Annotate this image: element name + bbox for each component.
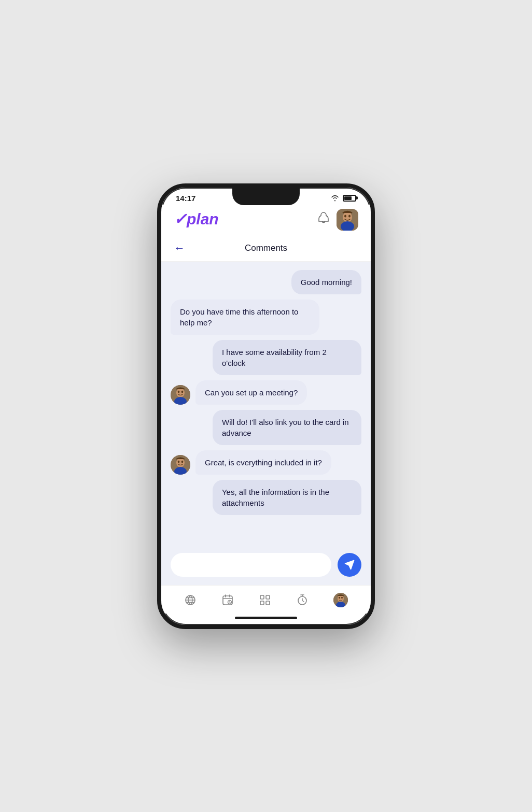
message-bubble: Yes, all the information is in the attac… [213, 480, 361, 515]
chat-area: Good morning! Do you have time this afte… [161, 262, 371, 547]
nav-item-globe[interactable] [179, 592, 202, 608]
svg-point-2 [343, 212, 352, 222]
svg-text:✓plan: ✓plan [174, 210, 219, 227]
back-button[interactable]: ← [174, 241, 185, 255]
send-button[interactable] [338, 553, 361, 577]
svg-point-14 [181, 460, 184, 462]
svg-point-7 [176, 388, 185, 397]
send-icon [344, 560, 355, 570]
message-row-5: Will do! I'll also link you to the card … [171, 410, 361, 445]
profile-avatar [333, 593, 348, 607]
svg-point-9 [181, 390, 184, 392]
svg-point-3 [344, 215, 346, 218]
message-row-3: I have some availability from 2 o'clock [171, 340, 361, 375]
message-row-6: Great, is everything included in it? [171, 450, 361, 475]
sender-avatar [171, 455, 190, 475]
battery-icon [343, 195, 356, 202]
svg-point-27 [341, 596, 343, 599]
message-bubble: Good morning! [291, 270, 361, 294]
nav-item-timer[interactable] [291, 592, 314, 608]
svg-point-8 [178, 390, 180, 392]
input-area [161, 547, 371, 585]
nav-item-grid[interactable] [254, 592, 276, 608]
bell-icon[interactable] [318, 212, 329, 227]
svg-point-12 [176, 458, 185, 467]
phone-frame: 14:17 ✓plan [157, 183, 375, 629]
home-indicator [235, 617, 297, 619]
status-icons [330, 194, 356, 202]
status-time: 14:17 [176, 194, 195, 203]
message-row-1: Good morning! [171, 270, 361, 294]
globe-icon [184, 594, 197, 606]
sender-avatar [171, 385, 190, 405]
message-row-7: Yes, all the information is in the attac… [171, 480, 361, 515]
header-icons [318, 209, 358, 231]
message-bubble: Will do! I'll also link you to the card … [213, 410, 361, 445]
message-bubble: Do you have time this afternoon to help … [171, 300, 319, 335]
app-logo: ✓plan [174, 209, 226, 231]
calendar-icon [221, 594, 234, 606]
nav-bar: ← Comments [161, 237, 371, 262]
message-bubble: Can you set up a meeting? [195, 380, 307, 405]
notch [232, 188, 300, 205]
nav-item-calendar[interactable] [216, 592, 239, 608]
message-row-2: Do you have time this afternoon to help … [171, 300, 361, 335]
svg-point-13 [178, 460, 180, 462]
svg-rect-19 [260, 595, 264, 599]
wifi-icon [330, 194, 340, 202]
nav-item-profile[interactable] [328, 591, 353, 609]
svg-rect-20 [266, 595, 270, 599]
grid-icon [259, 594, 271, 606]
app-header: ✓plan [161, 205, 371, 237]
message-bubble: Great, is everything included in it? [195, 450, 331, 475]
user-avatar-header[interactable] [337, 209, 358, 231]
svg-point-4 [348, 215, 351, 218]
message-input[interactable] [171, 553, 331, 577]
message-bubble: I have some availability from 2 o'clock [213, 340, 361, 375]
message-row-4: Can you set up a meeting? [171, 380, 361, 405]
page-title: Comments [245, 243, 287, 253]
svg-rect-22 [266, 601, 270, 605]
bottom-nav [161, 585, 371, 614]
svg-point-26 [339, 596, 340, 599]
timer-icon [296, 594, 309, 606]
svg-rect-21 [260, 601, 264, 605]
